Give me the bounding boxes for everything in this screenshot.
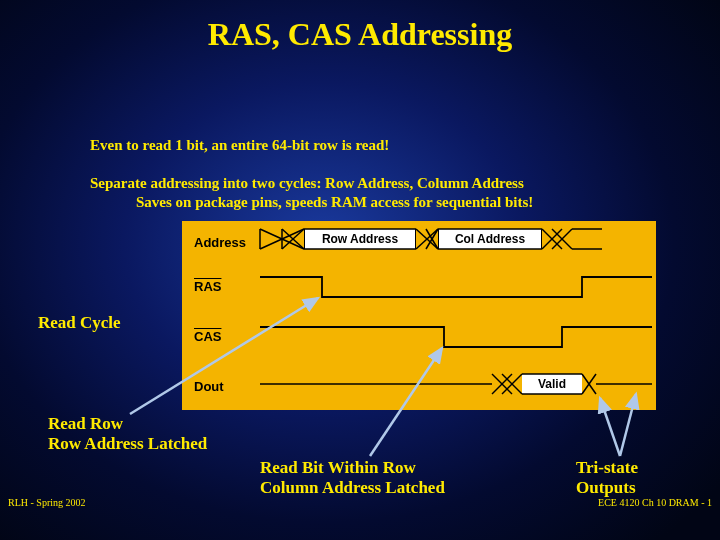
annotation-read-row: Read Row Row Address Latched xyxy=(48,414,207,453)
annotation-read-bit: Read Bit Within Row Column Address Latch… xyxy=(260,458,445,497)
read-cycle-label: Read Cycle xyxy=(38,313,121,333)
bullet-1: Even to read 1 bit, an entire 64-bit row… xyxy=(90,136,533,156)
annotation-tristate: Tri-state Outputs xyxy=(576,458,638,497)
timing-diagram: Address RAS CAS Dout Row Address Col Add… xyxy=(182,221,656,410)
bullet-block: Even to read 1 bit, an entire 64-bit row… xyxy=(90,136,533,213)
slide-title: RAS, CAS Addressing xyxy=(0,0,720,53)
bullet-2: Separate addressing into two cycles: Row… xyxy=(90,174,533,194)
waveforms-svg xyxy=(182,221,656,410)
bullet-2-sub: Saves on package pins, speeds RAM access… xyxy=(90,193,533,213)
footer-left: RLH - Spring 2002 xyxy=(8,497,86,508)
footer-right: ECE 4120 Ch 10 DRAM - 1 xyxy=(598,497,712,508)
